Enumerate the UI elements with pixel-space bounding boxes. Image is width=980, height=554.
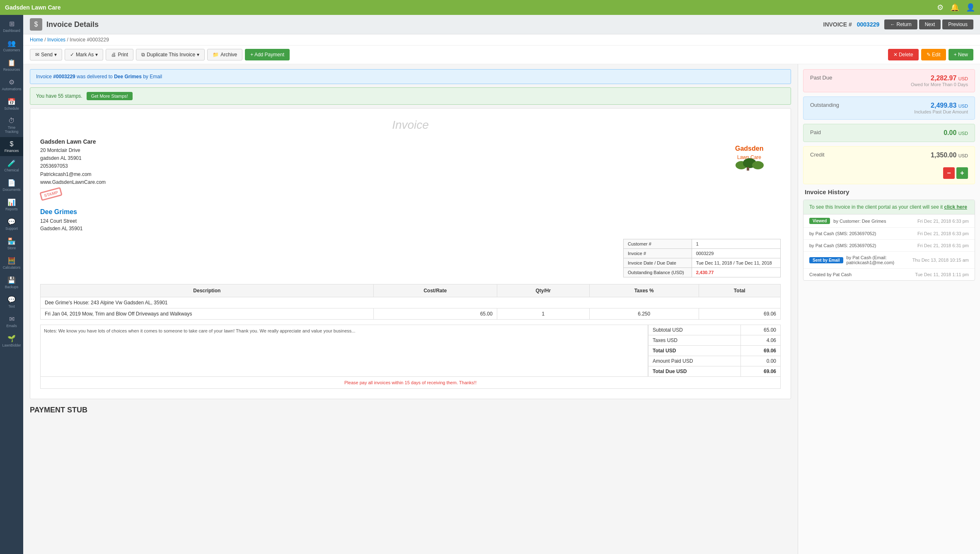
nav-buttons: ← Return Next Previous	[884, 19, 973, 29]
gear-icon[interactable]: ⚙	[937, 3, 944, 12]
sidebar-item-dashboard[interactable]: ⊞ Dashboard	[0, 17, 23, 36]
delete-button[interactable]: ✕ Delete	[888, 49, 919, 60]
sidebar-item-calculators[interactable]: 🧮 Calculators	[0, 253, 23, 273]
lawnbidder-icon: 🌱	[7, 335, 16, 342]
logo-svg: Gadsden Lawn Care	[731, 138, 781, 171]
documents-icon: 📄	[7, 179, 16, 187]
company-info-block: Gadsden Lawn Care 20 Montclair Drive gad…	[40, 138, 106, 198]
totals-section: Notes: We know you have lots of choices …	[40, 325, 781, 377]
print-button[interactable]: 🖨 Print	[106, 49, 133, 60]
add-payment-button[interactable]: + Add Payment	[245, 49, 290, 60]
backups-icon: 💾	[7, 276, 16, 284]
breadcrumb-home[interactable]: Home	[30, 37, 43, 43]
sidebar-item-reports[interactable]: 📊 Reports	[0, 195, 23, 214]
history-date: Fri Dec 21, 2018 6:31 pm	[917, 243, 969, 248]
table-row: Customer # 1	[624, 239, 781, 248]
outstanding-amount: 2,499.83 USD Includes Past Due Amount	[914, 102, 968, 114]
page-header-left: $ Invoice Details	[30, 18, 99, 31]
sidebar-item-resources[interactable]: 📋 Resources	[0, 55, 23, 75]
table-row: Taxes USD 4.06	[648, 335, 781, 345]
stamp-alert: You have 55 stamps. Get More Stamps!	[30, 87, 791, 105]
chemical-icon: 🧪	[7, 159, 16, 167]
breadcrumb-invoices[interactable]: Invoices	[47, 37, 65, 43]
line-items-table: Description Cost/Rate Qty/Hr Taxes % Tot…	[40, 284, 781, 320]
svg-rect-5	[747, 167, 749, 171]
topbar: Gadsden Lawn Care ⚙ 🔔 👤	[0, 0, 980, 15]
paid-amount: 0.00 USD	[944, 129, 968, 137]
sidebar-item-customers[interactable]: 👥 Customers	[0, 36, 23, 55]
sidebar: ⊞ Dashboard 👥 Customers 📋 Resources ⚙ Au…	[0, 15, 23, 554]
sidebar-item-schedule[interactable]: 📅 Schedule	[0, 94, 23, 114]
svg-text:Gadsden: Gadsden	[735, 145, 763, 152]
totals-table: Subtotal USD 65.00 Taxes USD 4.06 Total …	[648, 325, 781, 377]
sidebar-item-text[interactable]: 💬 Text	[0, 292, 23, 312]
history-text: by Pat Cash (Email: patrickcash1@me.com)	[847, 255, 909, 265]
col-total: Total	[699, 284, 780, 297]
sidebar-label-schedule: Schedule	[4, 106, 19, 111]
stamp-visual: STAMP	[39, 187, 63, 201]
archive-button[interactable]: 📁 Archive	[207, 49, 242, 60]
sidebar-label-backups: Backups	[5, 285, 19, 289]
history-date: Tue Dec 11, 2018 1:11 pm	[915, 272, 969, 277]
sidebar-item-support[interactable]: 💬 Support	[0, 214, 23, 234]
table-row: Total Due USD 69.06	[648, 366, 781, 376]
sidebar-item-backups[interactable]: 💾 Backups	[0, 273, 23, 292]
outstanding-label: Outstanding	[810, 102, 839, 108]
portal-link[interactable]: click here	[944, 204, 967, 210]
sidebar-item-store[interactable]: 🏪 Store	[0, 234, 23, 253]
sidebar-label-resources: Resources	[3, 67, 20, 72]
sidebar-item-documents[interactable]: 📄 Documents	[0, 176, 23, 195]
history-title: Invoice History	[803, 188, 975, 195]
table-row: Invoice Date / Due Date Tue Dec 11, 2018…	[624, 258, 781, 267]
viewed-badge: Viewed	[809, 218, 830, 224]
service-desc: Fri Jan 04, 2019 Mow, Trim and Blow Off …	[41, 308, 374, 319]
past-due-panel: Past Due 2,282.97 USD Owed for More Than…	[803, 69, 975, 92]
previous-button[interactable]: Previous	[942, 19, 973, 29]
edit-button[interactable]: ✎ Edit	[921, 49, 946, 60]
table-row: Dee Grime's House: 243 Alpine Vw Gadsden…	[41, 297, 781, 308]
history-item: by Pat Cash (SMS: 2053697052) Fri Dec 21…	[803, 240, 975, 252]
history-text: by Pat Cash (SMS: 2053697052)	[809, 231, 914, 236]
history-item: Sent by Email by Pat Cash (Email: patric…	[803, 252, 975, 269]
sidebar-item-emails[interactable]: ✉ Emails	[0, 312, 23, 331]
emails-icon: ✉	[9, 315, 15, 323]
sidebar-label-calculators: Calculators	[3, 265, 21, 270]
duplicate-button[interactable]: ⧉ Duplicate This Invoice ▾	[136, 49, 205, 60]
location-row: Dee Grime's House: 243 Alpine Vw Gadsden…	[41, 297, 781, 308]
service-taxes: 6.250	[589, 308, 699, 319]
next-button[interactable]: Next	[919, 19, 941, 29]
invoice-meta-table: Customer # 1 Invoice # 0003229 Invoice D…	[623, 239, 781, 277]
table-row: Total USD 69.06	[648, 345, 781, 356]
send-button[interactable]: ✉ Send ▾	[30, 49, 62, 60]
new-button[interactable]: + New	[949, 49, 973, 60]
sidebar-label-support: Support	[5, 226, 18, 231]
company-address: 20 Montclair Drive gadsden AL 35901 2053…	[40, 147, 106, 186]
schedule-icon: 📅	[7, 98, 16, 106]
mark-as-button[interactable]: ✓ Mark As ▾	[65, 49, 103, 60]
get-stamps-button[interactable]: Get More Stamps!	[87, 92, 133, 100]
history-text: by Customer: Dee Grimes	[833, 219, 914, 224]
history-date: Thu Dec 13, 2018 10:15 am	[912, 258, 969, 263]
credit-minus-button[interactable]: −	[943, 167, 955, 179]
credit-plus-button[interactable]: +	[956, 167, 968, 179]
sidebar-item-automations[interactable]: ⚙ Automations	[0, 75, 23, 94]
credit-label: Credit	[810, 152, 825, 158]
return-button[interactable]: ← Return	[884, 19, 917, 29]
sidebar-item-timetracking[interactable]: ⏱ Time Tracking	[0, 114, 23, 137]
payment-stub-title: PAYMENT STUB	[30, 406, 791, 414]
page-header-right: INVOICE # 0003229 ← Return Next Previous	[823, 19, 974, 29]
user-icon[interactable]: 👤	[966, 3, 975, 12]
table-header-row: Description Cost/Rate Qty/Hr Taxes % Tot…	[41, 284, 781, 297]
bell-icon[interactable]: 🔔	[950, 3, 959, 12]
sidebar-item-finances[interactable]: $ Finances	[0, 137, 23, 156]
notes-area: Notes: We know you have lots of choices …	[40, 325, 648, 377]
table-row: Amount Paid USD 0.00	[648, 356, 781, 366]
sidebar-item-chemical[interactable]: 🧪 Chemical	[0, 156, 23, 176]
history-item: by Pat Cash (SMS: 2053697052) Fri Dec 21…	[803, 228, 975, 240]
sidebar-item-lawnbidder[interactable]: 🌱 LawnBidder	[0, 331, 23, 351]
timetracking-icon: ⏱	[8, 117, 15, 125]
calculators-icon: 🧮	[7, 257, 16, 265]
sidebar-label-lawnbidder: LawnBidder	[2, 343, 21, 347]
invoice-num-value: 0003229	[857, 21, 880, 28]
credit-panel: Credit 1,350.00 USD − +	[803, 146, 975, 184]
